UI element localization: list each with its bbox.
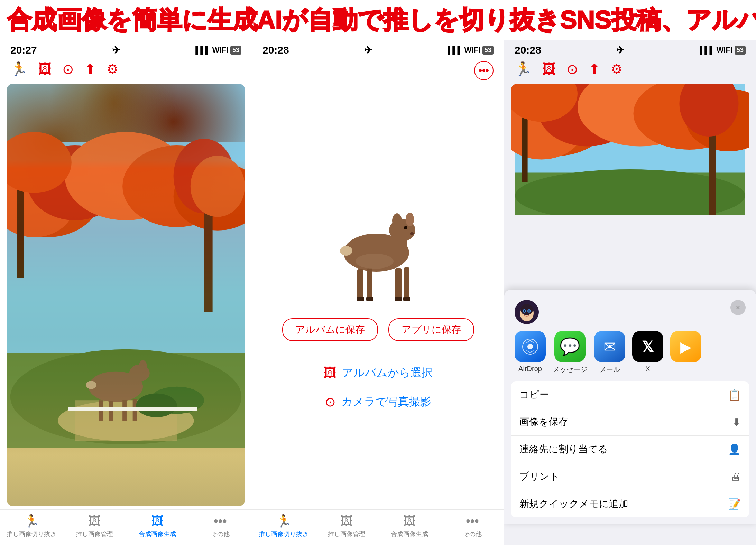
panel3-camera-icon[interactable]: ⊙ (566, 61, 578, 77)
panel1-nav-run-icon: 🏃 (24, 514, 39, 528)
panel1-nav-compose[interactable]: 🖼 合成画像生成 (126, 514, 189, 538)
panel3-share-sheet: × (504, 290, 756, 524)
share-action-memo[interactable]: 新規クイックメモに追加 📝 (511, 490, 749, 517)
panel2-nav-manage[interactable]: 🖼 推し画像管理 (315, 514, 378, 538)
banner-text3: SNS投稿、アルバム保存 (560, 3, 756, 37)
panel2-nav-manage-icon: 🖼 (340, 514, 353, 528)
panel1-photo-icon[interactable]: 🖼 (38, 61, 52, 77)
panel2-camera-icon: ⊙ (325, 394, 336, 410)
panel2-time: 20:28 (262, 44, 289, 56)
panel3-run-icon[interactable]: 🏃 (515, 61, 532, 77)
svg-rect-42 (366, 297, 373, 301)
panel1-nav-run[interactable]: 🏃 推し画像切り抜き (0, 514, 63, 538)
memo-icon: 📝 (728, 498, 741, 510)
panel1-run-icon[interactable]: 🏃 (10, 61, 28, 77)
airdrop-icon (515, 331, 546, 362)
panel3-photo-icon[interactable]: 🖼 (542, 61, 556, 77)
print-label: プリント (519, 470, 560, 483)
panel2-bottom-nav: 🏃 推し画像切り抜き 🖼 推し画像管理 🖼 合成画像生成 ••• その他 (252, 509, 504, 545)
panel1-status-icons: ▌▌▌ WiFi 53 (195, 46, 241, 55)
panel3-status-icons: ▌▌▌ WiFi 53 (700, 46, 746, 55)
panel1-wifi: WiFi (212, 46, 228, 55)
panel2-album-label: アルバムから選択 (342, 365, 433, 380)
banner-text2: AIが自動で推しを切り抜き (257, 3, 560, 37)
panel2-status-bar: 20:28 ✈ ▌▌▌ WiFi 53 (252, 40, 504, 57)
share-action-print[interactable]: プリント 🖨 (511, 463, 749, 490)
assign-contact-label: 連絡先に割り当てる (519, 443, 608, 456)
svg-point-26 (136, 394, 177, 417)
panel2-camera-label: カメラで写真撮影 (341, 394, 431, 410)
panel2: 20:28 ✈ ▌▌▌ WiFi 53 ••• (252, 40, 504, 545)
airdrop-svg (521, 338, 539, 356)
svg-rect-39 (395, 297, 402, 301)
panel2-nav-run-label: 推し画像切り抜き (259, 530, 308, 538)
panel2-save-app-btn[interactable]: アプリに保存 (388, 318, 474, 341)
svg-point-9 (191, 156, 245, 217)
panel1-nav-manage[interactable]: 🖼 推し画像管理 (63, 514, 126, 538)
panel1-camera-icon[interactable]: ⊙ (62, 61, 74, 77)
share-close-btn[interactable]: × (730, 300, 746, 315)
panel2-action-buttons: アルバムに保存 アプリに保存 (282, 318, 474, 341)
svg-point-23 (139, 360, 147, 372)
banner: 合成画像を簡単に生成 AIが自動で推しを切り抜き SNS投稿、アルバム保存 (0, 0, 756, 40)
save-image-icon: ⬇ (732, 416, 741, 428)
panel1-share-icon[interactable]: ⬆ (84, 61, 96, 77)
panel2-album-icon: 🖼 (323, 366, 336, 380)
panel3-battery: 53 (735, 46, 746, 55)
copy-label: コピー (519, 388, 549, 401)
panel3-autumn-svg (511, 84, 749, 215)
panel1-location-icon: ✈ (112, 45, 120, 56)
panel2-menu-camera[interactable]: ⊙ カメラで写真撮影 (325, 394, 431, 410)
panel3-gear-icon[interactable]: ⚙ (611, 62, 623, 77)
share-avatar (515, 300, 539, 324)
airdrop-label: AirDrop (518, 365, 542, 373)
share-app-x[interactable]: 𝕏 X (632, 331, 663, 374)
panel1-time: 20:27 (10, 44, 37, 56)
panel2-more-icon[interactable]: ••• (474, 61, 494, 80)
panel3-share-icon[interactable]: ⬆ (589, 61, 600, 77)
panel2-menu-album[interactable]: 🖼 アルバムから選択 (323, 365, 433, 380)
panel3-time: 20:28 (515, 44, 541, 56)
copy-icon: 📋 (728, 389, 741, 401)
phones-container: 20:27 ✈ ▌▌▌ WiFi 53 🏃 🖼 ⊙ ⬆ ⚙ (0, 40, 756, 545)
share-action-save-image[interactable]: 画像を保存 ⬇ (511, 408, 749, 436)
panel1-bottom-nav: 🏃 推し画像切り抜き 🖼 推し画像管理 🖼 合成画像生成 ••• その他 (0, 509, 252, 545)
panel2-battery: 53 (482, 46, 494, 55)
share-app-airdrop[interactable]: AirDrop (515, 331, 546, 374)
svg-point-60 (520, 304, 533, 315)
share-action-copy[interactable]: コピー 📋 (511, 381, 749, 408)
share-app-mail[interactable]: ✉ メール (594, 331, 625, 374)
panel2-nav-other-label: その他 (463, 530, 482, 538)
panel2-nav-compose-label: 合成画像生成 (391, 530, 428, 538)
mail-icon: ✉ (594, 331, 625, 362)
panel2-nav-compose-icon: 🖼 (403, 514, 416, 528)
panel1-nav-compose-label: 合成画像生成 (139, 530, 176, 538)
panel3-photo-preview (511, 84, 749, 215)
share-app-more[interactable]: ▶ (670, 331, 701, 374)
panel2-nav-other[interactable]: ••• その他 (441, 514, 504, 538)
panel3-location-icon: ✈ (616, 45, 624, 56)
assign-contact-icon: 👤 (728, 443, 741, 455)
svg-rect-38 (367, 268, 372, 300)
panel1-nav-other[interactable]: ••• その他 (189, 514, 252, 538)
svg-point-66 (527, 344, 533, 349)
svg-point-43 (340, 246, 352, 256)
panel3-toolbar: 🏃 🖼 ⊙ ⬆ ⚙ (504, 57, 756, 81)
deer-cutout-svg (323, 177, 433, 308)
panel2-nav-compose[interactable]: 🖼 合成画像生成 (378, 514, 441, 538)
panel1-toolbar: 🏃 🖼 ⊙ ⬆ ⚙ (0, 57, 252, 81)
panel3-status-bar: 20:28 ✈ ▌▌▌ WiFi 53 (504, 40, 756, 57)
print-icon: 🖨 (730, 471, 741, 482)
svg-point-44 (356, 254, 394, 269)
more-apps-icon: ▶ (670, 331, 701, 362)
share-app-messages[interactable]: 💬 メッセージ (553, 331, 587, 374)
panel2-save-album-btn[interactable]: アルバムに保存 (282, 318, 378, 341)
panel1-signal: ▌▌▌ (195, 46, 210, 54)
panel2-nav-run[interactable]: 🏃 推し画像切り抜き (252, 514, 315, 538)
share-action-assign-contact[interactable]: 連絡先に割り当てる 👤 (511, 436, 749, 463)
panel1-nav-manage-icon: 🖼 (88, 514, 101, 528)
svg-point-34 (410, 232, 414, 235)
svg-rect-40 (403, 297, 410, 301)
panel1-gear-icon[interactable]: ⚙ (107, 62, 118, 77)
panel2-status-icons: ▌▌▌ WiFi 53 (448, 46, 494, 55)
